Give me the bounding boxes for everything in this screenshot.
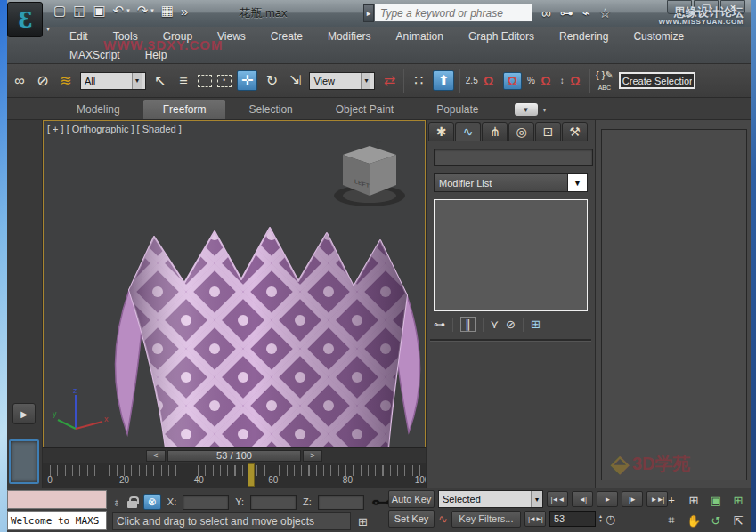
tab-hierarchy[interactable]: ⋔ — [482, 122, 508, 141]
menu-customize[interactable]: Customize — [621, 30, 696, 43]
ribbon-tab-object-paint[interactable]: Object Paint — [316, 100, 413, 119]
make-unique-icon[interactable]: ⋎ — [491, 318, 500, 331]
play-button[interactable]: ► — [597, 491, 618, 507]
previous-frame-button[interactable]: < — [146, 450, 166, 462]
mirror-icon[interactable]: ⇄ — [380, 72, 398, 89]
pan-hand-icon[interactable]: ✋ — [683, 511, 704, 530]
time-slider-marker[interactable] — [248, 463, 255, 487]
x-coordinate-field[interactable] — [183, 495, 229, 510]
next-frame-button[interactable]: > — [303, 450, 322, 462]
ribbon-tab-modeling[interactable]: Modeling — [57, 100, 140, 119]
pin-stack-icon[interactable]: ⊶ — [434, 318, 445, 331]
bind-to-spacewarp-icon[interactable]: ≋ — [57, 72, 75, 89]
search-prev-icon[interactable]: ▸ — [363, 4, 374, 22]
menu-graph-editors[interactable]: Graph Editors — [456, 30, 547, 43]
tab-display[interactable]: ⊡ — [535, 122, 561, 141]
menu-maxscript[interactable]: MAXScript — [57, 49, 133, 61]
menu-animation[interactable]: Animation — [384, 30, 456, 43]
ribbon-toggle-icon[interactable]: ⬆ — [433, 70, 453, 91]
key-mode-toggle[interactable]: |◄►| — [524, 511, 546, 527]
selection-lock-icon[interactable] — [127, 501, 137, 508]
object-name-field[interactable] — [434, 149, 593, 166]
modifier-stack-list[interactable] — [434, 199, 588, 311]
select-and-link-icon[interactable]: ∞ — [11, 73, 28, 89]
edit-named-selections-icon[interactable]: { }✎ ABC — [596, 69, 614, 92]
default-in-out-tangents-icon[interactable]: ∿ — [438, 512, 448, 526]
menu-modifiers[interactable]: Modifiers — [315, 30, 384, 43]
orthographic-viewport[interactable]: [ + ] [ Orthographic ] [ Shaded ] — [43, 120, 426, 447]
communication-center-icon[interactable]: ⌁ — [582, 5, 590, 21]
tab-create[interactable]: ✱ — [428, 122, 454, 141]
modifier-list-dropdown[interactable]: Modifier List ▼ — [434, 173, 588, 192]
previous-frame-button[interactable]: ◄| — [572, 491, 593, 507]
dropdown-arrow-icon[interactable]: ▾ — [531, 491, 542, 507]
window-crossing-icon[interactable]: ▪ — [217, 75, 232, 87]
dropdown-arrow-icon[interactable]: ▾ — [361, 73, 370, 89]
show-end-result-icon[interactable]: ∥ — [460, 317, 476, 332]
angle-snap-icon[interactable]: Ω — [503, 72, 522, 90]
menu-edit[interactable]: Edit — [57, 30, 101, 43]
ribbon-tab-populate[interactable]: Populate — [417, 100, 498, 119]
auto-key-button[interactable]: Auto Key — [388, 490, 435, 508]
isolate-selection-icon[interactable]: ♁ — [112, 496, 121, 509]
unlink-selection-icon[interactable]: ⊘ — [34, 72, 52, 89]
spin-down-icon[interactable]: ▾ — [599, 519, 602, 523]
maximize-viewport-icon[interactable]: ⇱ — [728, 511, 749, 530]
dropdown-arrow-icon[interactable]: ▾ — [132, 73, 142, 89]
select-by-name-icon[interactable]: ≡ — [175, 73, 192, 89]
configure-modifier-sets-icon[interactable]: ⊞ — [531, 318, 541, 331]
select-and-scale-icon[interactable]: ⇲ — [286, 72, 304, 89]
maximize-button[interactable]: ▢ — [694, 0, 719, 14]
select-and-move-icon[interactable]: ✛ — [237, 70, 257, 91]
viewport-layout-tab[interactable] — [9, 439, 39, 484]
time-slider-frame-display[interactable]: 53 / 100 — [167, 450, 301, 462]
menu-tools[interactable]: Tools — [101, 30, 150, 43]
named-selection-set-field[interactable] — [619, 72, 695, 89]
zoom-all-icon[interactable]: ⊞ — [683, 490, 704, 510]
search-input[interactable] — [374, 4, 532, 22]
menu-group[interactable]: Group — [150, 30, 205, 43]
search-binoculars-icon[interactable]: ∞ — [541, 5, 551, 20]
modifier-list-arrow-icon[interactable]: ▼ — [567, 174, 587, 191]
align-icon[interactable]: ∷ — [410, 72, 427, 89]
menu-rendering[interactable]: Rendering — [547, 30, 621, 43]
current-frame-field[interactable]: 53 — [549, 511, 596, 527]
orbit-icon[interactable]: ↺ — [705, 511, 727, 530]
ribbon-tab-freeform[interactable]: Freeform — [143, 100, 226, 119]
zoom-extents-all-icon[interactable]: ⊞ — [728, 490, 749, 510]
select-object-icon[interactable]: ↖ — [151, 72, 169, 89]
selected-set-dropdown[interactable]: Selected ▾ — [438, 490, 543, 508]
ribbon-tab-selection[interactable]: Selection — [229, 100, 312, 119]
subscription-key-icon[interactable]: ⊶ — [560, 5, 573, 21]
select-and-rotate-icon[interactable]: ↻ — [263, 72, 280, 89]
next-frame-button[interactable]: |► — [622, 491, 643, 507]
key-filters-button[interactable]: Key Filters... — [451, 511, 521, 528]
zoom-icon[interactable]: ± — [661, 490, 682, 510]
go-to-start-button[interactable]: |◄◄ — [547, 491, 568, 507]
remove-modifier-icon[interactable]: ⊘ — [506, 318, 516, 331]
set-key-button[interactable]: Set Key — [388, 510, 435, 528]
viewcube[interactable]: LEFT FRONT — [327, 141, 412, 210]
ribbon-options-caret-icon[interactable]: ▾ — [543, 106, 547, 114]
macro-recorder-pane[interactable] — [7, 490, 107, 509]
region-zoom-icon[interactable]: ⌗ — [661, 511, 682, 530]
add-time-tag-icon[interactable]: ⊞ — [358, 515, 368, 528]
percent-snap-icon[interactable]: Ω — [537, 74, 555, 88]
tab-modify[interactable]: ∿ — [455, 122, 481, 141]
application-menu-button[interactable]: 3 ▾ — [7, 2, 43, 37]
time-configuration-icon[interactable]: ◷ — [606, 512, 615, 526]
minimize-button[interactable]: – — [667, 0, 692, 14]
menu-help[interactable]: Help — [133, 49, 180, 61]
frame-spinner[interactable]: ▴ ▾ — [599, 514, 602, 523]
tab-utilities[interactable]: ⚒ — [562, 122, 588, 141]
reference-coordinate-dropdown[interactable]: View ▾ — [309, 72, 375, 90]
z-coordinate-field[interactable] — [318, 495, 364, 510]
tab-motion[interactable]: ◎ — [508, 122, 534, 141]
scene-explorer-expand-button[interactable]: ▶ — [12, 403, 36, 424]
absolute-mode-toggle[interactable]: ⊗ — [143, 494, 161, 510]
y-coordinate-field[interactable] — [250, 495, 297, 510]
maxscript-mini-listener[interactable]: Welcome to MAXS — [7, 511, 107, 530]
favorites-star-icon[interactable]: ☆ — [599, 5, 611, 21]
snaps-toggle-icon[interactable]: Ω — [480, 74, 498, 88]
spinner-snap-icon[interactable]: Ω — [566, 74, 584, 88]
